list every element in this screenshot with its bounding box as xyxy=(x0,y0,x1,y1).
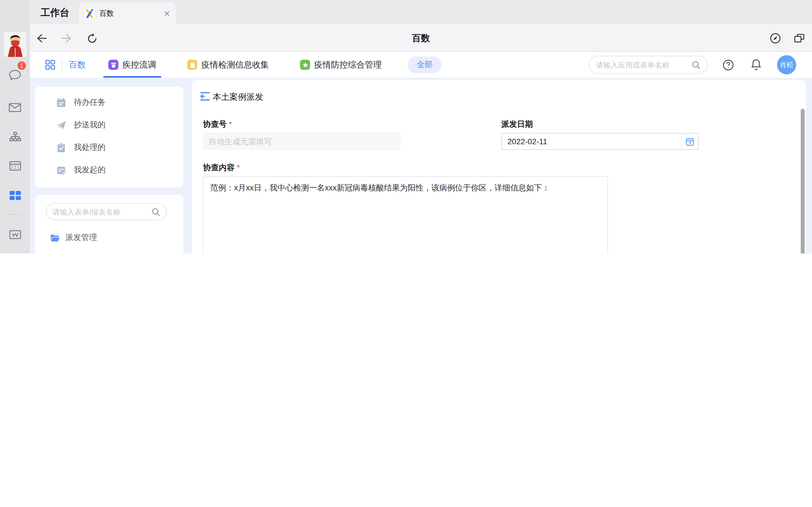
baishu-favicon xyxy=(85,8,95,18)
content-area: 待办任务 抄送我的 我处理的 xyxy=(30,78,812,253)
quick-item-handled[interactable]: 我处理的 xyxy=(35,136,183,159)
avatar-illustration xyxy=(4,32,27,57)
navbar-divider xyxy=(61,60,62,70)
content-textarea[interactable]: 范例：x月xx日，我中心检测一名xxx新冠病毒核酸结果为阳性，该病例位于你区，详… xyxy=(203,176,608,253)
tree-item-label: 派发管理 xyxy=(65,233,97,243)
field-label-content: 协查内容* xyxy=(203,163,240,173)
quick-item-todo[interactable]: 待办任务 xyxy=(35,91,183,114)
form-tree-panel: 派发管理 外地协查派发 境外输入派发 xyxy=(35,195,183,253)
user-name-avatar[interactable]: 肖松 xyxy=(777,55,796,74)
case-no-input[interactable] xyxy=(203,133,400,150)
nav-tab-label: 疫情检测信息收集 xyxy=(201,59,269,70)
quick-item-label: 待办任务 xyxy=(74,98,105,108)
app-navbar: 百数 疾控流调 疫情检测信息收集 xyxy=(30,52,812,78)
quick-item-cc[interactable]: 抄送我的 xyxy=(35,114,183,136)
quick-item-initiated[interactable]: 我发起的 xyxy=(35,159,183,181)
notifications-bell-icon[interactable] xyxy=(751,59,762,71)
help-icon[interactable] xyxy=(722,59,734,71)
dispatch-date-value: 2022-02-11 xyxy=(502,133,681,149)
collapse-panel-icon[interactable] xyxy=(200,92,210,101)
calendar-grid-icon[interactable] xyxy=(0,156,30,176)
screen: 1 xyxy=(0,0,812,253)
app-rail: 1 xyxy=(0,0,30,253)
all-apps-pill[interactable]: 全部 xyxy=(408,56,442,73)
user-photo-avatar[interactable] xyxy=(4,32,27,57)
prevention-app-icon xyxy=(300,60,310,70)
open-in-window-icon[interactable] xyxy=(792,31,806,46)
active-tab-underline xyxy=(103,76,161,78)
browser-tab[interactable]: 百数 ✕ xyxy=(79,2,176,24)
tree-search-box[interactable] xyxy=(46,203,167,220)
chat-icon[interactable]: 1 xyxy=(0,65,30,85)
folder-open-icon xyxy=(50,233,60,242)
workbench-grid-icon[interactable] xyxy=(0,185,30,206)
chat-unread-badge: 1 xyxy=(17,61,26,70)
tree-search-input[interactable] xyxy=(52,208,152,216)
nav-home-baishu[interactable]: 百数 xyxy=(69,59,86,70)
app-search-box[interactable] xyxy=(589,56,708,74)
apps-grid-icon[interactable] xyxy=(45,60,55,70)
quick-item-label: 我发起的 xyxy=(74,165,105,175)
handled-clipboard-icon xyxy=(56,142,66,153)
tree-item-waidi-xiecha[interactable]: 外地协查派发 xyxy=(35,249,183,253)
form-title: 本土案例派发 xyxy=(213,92,263,103)
search-icon xyxy=(692,61,700,69)
quick-item-label: 抄送我的 xyxy=(74,120,105,130)
explore-compass-icon[interactable] xyxy=(768,31,783,46)
nav-tab-label: 疾控流调 xyxy=(122,59,156,70)
todo-calendar-icon xyxy=(56,97,66,108)
dispatch-date-picker[interactable]: 2022-02-11 xyxy=(501,133,699,150)
quick-item-label: 我处理的 xyxy=(74,143,105,153)
calendar-icon[interactable] xyxy=(681,133,698,149)
docs-w-icon[interactable] xyxy=(0,224,30,244)
workspace-title: 工作台 xyxy=(41,6,69,19)
cdc-app-icon xyxy=(108,60,118,70)
nav-tab-cdc[interactable]: 疾控流调 xyxy=(108,52,156,78)
browser-toolbar: 百数 xyxy=(30,24,812,52)
rail-divider xyxy=(8,214,22,215)
page-title: 百数 xyxy=(30,33,812,45)
tree-folder-dispatch-mgmt[interactable]: 派发管理 xyxy=(35,226,183,249)
test-collect-app-icon xyxy=(187,60,197,70)
nav-tab-label: 疫情防控综合管理 xyxy=(314,59,382,70)
field-label-case-no: 协查号* xyxy=(203,119,232,129)
form-vertical-scrollbar[interactable] xyxy=(801,109,805,253)
search-icon xyxy=(152,208,160,216)
app-search-input[interactable] xyxy=(596,61,692,69)
org-chart-icon[interactable] xyxy=(0,127,30,147)
field-label-dispatch-date: 派发日期 xyxy=(501,119,533,129)
nav-tab-prevention[interactable]: 疫情防控综合管理 xyxy=(300,52,382,78)
quick-panel: 待办任务 抄送我的 我处理的 xyxy=(35,87,183,187)
nav-tab-test-collect[interactable]: 疫情检测信息收集 xyxy=(187,52,269,78)
required-marker: * xyxy=(229,119,232,128)
required-marker: * xyxy=(237,163,240,172)
cube-app-icon[interactable] xyxy=(0,253,30,253)
tab-title: 百数 xyxy=(99,8,164,18)
mail-icon[interactable] xyxy=(0,98,30,118)
tab-close-icon[interactable]: ✕ xyxy=(164,9,170,18)
tree-list: 派发管理 外地协查派发 境外输入派发 xyxy=(35,226,183,253)
initiated-edit-icon xyxy=(56,165,66,175)
window-tab-bar: 工作台 百数 ✕ xyxy=(30,0,812,24)
form-card: 本土案例派发 协查号* 派发日期 2022-02-11 协查内容* 范例：x月x… xyxy=(192,80,806,253)
cc-plane-icon xyxy=(56,120,66,130)
